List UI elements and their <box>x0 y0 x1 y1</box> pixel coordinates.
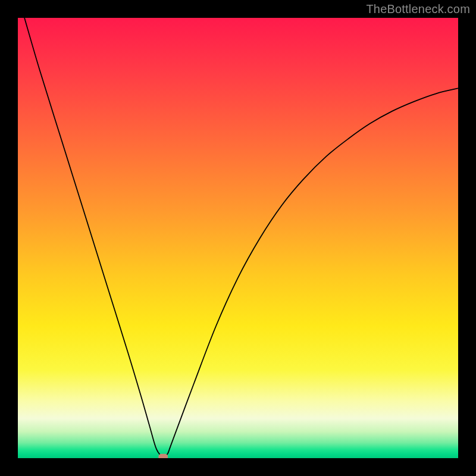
curve-svg <box>18 18 458 458</box>
chart-frame: TheBottleneck.com <box>0 0 476 476</box>
plot-area <box>18 18 458 458</box>
watermark-text: TheBottleneck.com <box>366 2 470 16</box>
optimum-marker <box>158 454 168 458</box>
bottleneck-curve <box>24 18 458 457</box>
